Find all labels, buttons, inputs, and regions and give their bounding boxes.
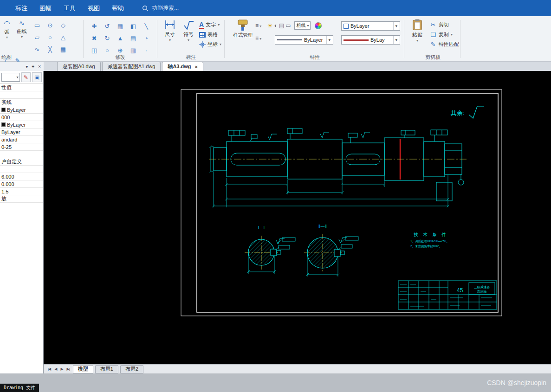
property-label: 0-25 [1,144,12,150]
style-list-icon-2[interactable]: ≡ [255,35,261,41]
lineweight-dropdown-icon[interactable] [393,36,399,44]
property-row[interactable] [0,91,43,99]
palette-pin-icon[interactable]: + [32,64,34,69]
curve-button[interactable]: ∿ 曲线 [14,19,30,39]
style-manager-button[interactable]: 样式管理 [231,19,254,39]
parallelogram-icon[interactable]: ▱ [31,31,44,43]
extend-icon[interactable]: ▲ [114,32,127,44]
clipboard-group-label: 剪切板 [406,54,460,61]
coordinate-icon [199,41,206,48]
function-search-box[interactable]: 功能搜索... [142,4,179,12]
tech-note-1: 1、调质处理HB=200—250。 [410,239,449,243]
match-properties-label: 特性匹配 [439,41,459,48]
property-row[interactable]: ByLayer [0,129,43,136]
first-tab-icon[interactable]: |◀ [46,367,52,371]
dimension-label: 尺寸 [165,31,175,38]
circle-icon[interactable]: ○ [44,31,57,43]
property-row[interactable]: 放 [0,195,43,203]
doc-tab-assembly-a0[interactable]: 总装图A0.dwg [57,62,101,71]
polygon-icon[interactable]: △ [57,31,70,43]
property-row[interactable] [0,151,43,158]
doc-tab-reducer-a1[interactable]: 减速器装配图A1.dwg [102,62,161,71]
property-row-layer-color[interactable]: ByLayer [0,121,43,129]
layout-tab-bar: |◀ ◀ ▶ ▶| 模型 布局1 布局2 [44,364,551,373]
layer-panel-icon[interactable]: ▣ [32,72,42,82]
layer-on-icon[interactable]: ☀ [267,22,273,29]
layer-plot-icon[interactable]: ▤ [279,22,284,29]
next-tab-icon[interactable]: ▶ [59,367,64,371]
tab-layout2-label: 布局2 [125,366,138,373]
drawing-canvas[interactable]: 其余: Ⅰ—Ⅰ Ⅱ—Ⅱ 技 术 条 件 1、调质处理HB=200—250。 2、… [44,71,551,364]
rotate-icon[interactable]: ↺ [101,20,114,32]
property-row-value[interactable]: 0.000 [0,180,43,188]
property-row-value[interactable]: 6.000 [0,173,43,180]
layer-freeze-icon[interactable]: ◐ [274,22,278,29]
symbol-button[interactable]: 符号 [180,19,197,42]
move-icon[interactable]: ✚ [88,20,101,32]
scale-icon[interactable]: ▤ [127,32,140,44]
draw-group-label: 绘图 [0,54,83,61]
last-tab-icon[interactable]: ▶| [65,367,71,371]
style-list-icon[interactable]: ≡ [255,22,261,29]
table-button[interactable]: 表格 [199,30,221,39]
lineweight-toggle[interactable]: 粗线 [294,21,311,30]
property-row[interactable]: 0-25 [0,143,43,151]
menu-sheet[interactable]: 图幅 [33,1,58,16]
arc-button[interactable]: ◠ 弧 [0,19,14,39]
property-label: 0.000 [1,181,14,187]
paste-button[interactable]: 粘贴 [408,19,427,42]
color-swatch [1,122,6,127]
property-label: 放 [1,195,6,202]
cut-button[interactable]: ✂ 剪切 [429,20,459,30]
palette-combobox[interactable] [1,73,20,82]
dimension-button[interactable]: 尺寸 [161,19,179,42]
document-tab-bar: ▾ + × 总装图A0.dwg 减速器装配图A1.dwg 轴A3.dwg × [0,62,551,71]
offset-icon[interactable]: ╲ [140,20,153,32]
copy-button[interactable]: ❏ 复制 [429,30,459,39]
style-list-buttons: ≡ ≡ [255,22,261,41]
tab-close-icon[interactable]: × [195,64,198,70]
color-wheel-icon[interactable] [315,22,322,29]
property-row-value[interactable]: 1.5 [0,188,43,195]
mirror-icon[interactable]: ◧ [127,20,140,32]
lineweight-combobox[interactable]: ByLay [341,35,400,45]
property-row-standard[interactable]: andard [0,136,43,143]
prev-tab-icon[interactable]: ◀ [53,367,58,371]
menu-help[interactable]: 帮助 [106,1,130,16]
property-row-custom[interactable]: 户自定义 [0,158,43,166]
property-row-color[interactable]: ByLayer [0,106,43,114]
document-tabs: 总装图A0.dwg 减速器装配图A1.dwg 轴A3.dwg × [57,62,205,71]
palette-close-icon[interactable]: × [38,64,41,69]
linetype-dropdown-icon[interactable] [326,36,332,44]
erase-icon[interactable]: ✖ [88,32,101,44]
menu-tools[interactable]: 工具 [58,1,82,16]
diamond-icon[interactable]: ◇ [57,19,70,31]
property-row[interactable] [0,166,43,173]
annotate-group-label: 标注 [158,54,224,61]
property-row-linetype[interactable]: 实线 [0,99,43,106]
doc-tab-shaft-a3[interactable]: 轴A3.dwg × [162,62,203,71]
arc-label: 弧 [5,28,10,35]
doc-tab-label: 减速器装配图A1.dwg [108,63,156,70]
center-circle-icon[interactable]: ⊙ [44,19,57,31]
tab-layout2[interactable]: 布局2 [120,365,143,373]
array-icon[interactable]: ▦ [114,20,127,32]
color-dropdown-icon[interactable] [393,22,399,30]
text-button[interactable]: A 文字 [199,20,221,30]
match-properties-button[interactable]: ✎ 特性匹配 [429,39,459,49]
palette-dropdown-icon[interactable]: ▾ [26,64,28,69]
ribbon: ◠ 弧 ∿ 曲线 ╱ ✎ ▭ ⊙ ◇ ▱ ○ △ ∿ ╳ [0,16,551,62]
layer-lock-icon[interactable]: ▭ [285,22,291,29]
property-row[interactable]: 000 [0,114,43,121]
edit-pencil-icon[interactable]: ✎ [21,72,31,82]
rotate-cw-icon[interactable]: ↻ [101,32,114,44]
tab-layout1[interactable]: 布局1 [95,365,118,373]
linetype-combobox[interactable]: ByLayer [275,35,333,45]
rectangle-icon[interactable]: ▭ [31,19,44,31]
break-icon[interactable]: ◔ [140,32,153,44]
color-combobox[interactable]: ByLayer [341,21,400,31]
menu-annotate[interactable]: 标注 [9,1,33,16]
tab-model[interactable]: 模型 [73,365,93,373]
menu-view[interactable]: 视图 [82,1,106,16]
coordinate-button[interactable]: 坐标 [199,39,221,49]
